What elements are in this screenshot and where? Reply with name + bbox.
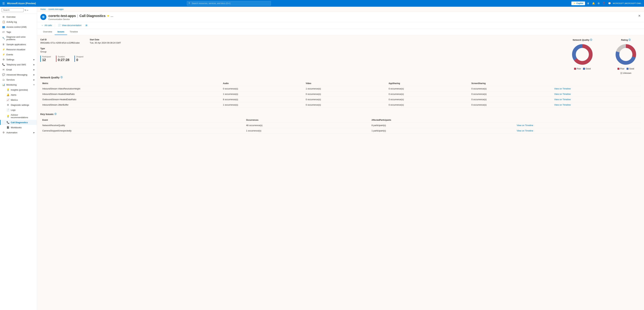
stat-duration: Duration 0:27:28	[56, 56, 70, 62]
sidebar-item-email[interactable]: ✉ Email ▶	[0, 67, 37, 72]
sidebar-item-activity-log[interactable]: 📋 Activity log	[0, 19, 37, 24]
resource-header: corertc-test-apps | Call Diagnostics ★ ……	[37, 12, 644, 22]
sidebar-item-diagnostic-settings[interactable]: ⚙ Diagnostic settings	[0, 102, 37, 108]
sidebar-item-automation[interactable]: ⚙ Automation ▶	[0, 130, 37, 135]
notification-icon[interactable]: 🔔	[592, 1, 596, 6]
resource-page-name: Call Diagnostics	[80, 14, 106, 18]
sidebar-item-services[interactable]: 🗂 Services ▶	[0, 77, 37, 82]
help-icon[interactable]: ❓	[602, 1, 606, 6]
view-timeline-link[interactable]: View on Timeline	[554, 88, 571, 90]
workbooks-label: Workbooks	[11, 126, 22, 129]
network-quality-section-info-icon[interactable]: ⓘ	[60, 76, 62, 79]
toolbar: ← All calls 📄 View documentation ⊞	[37, 22, 644, 29]
sidebar-item-tags[interactable]: 🏷 Tags	[0, 30, 37, 34]
col-audio: Audio	[221, 81, 304, 86]
sidebar-item-advanced-messaging[interactable]: 💬 Advanced Messaging ▶	[0, 72, 37, 77]
stat-dropped: Dropped 0	[74, 56, 83, 62]
breadcrumb-home[interactable]: Home	[40, 8, 46, 10]
call-info-grid: Call ID 9942dd6c-071c-4269-bf1d-cc22ff82…	[40, 38, 121, 44]
view-timeline-ki-link[interactable]: View on Timeline	[517, 124, 533, 126]
view-timeline-link[interactable]: View on Timeline	[554, 98, 571, 101]
favorite-star-icon[interactable]: ★	[107, 14, 109, 18]
event-cell: CameraStoppedUnexpectedly	[40, 128, 244, 134]
feedback-icon[interactable]: 💬	[607, 1, 612, 6]
sidebar-item-logs[interactable]: 📄 Logs	[0, 108, 37, 112]
back-icon: ←	[41, 24, 44, 26]
network-quality-legend: Poor Good	[574, 68, 591, 70]
telephony-toggle-icon: ▶	[34, 64, 35, 66]
top-search-bar[interactable]: 🔍	[187, 1, 271, 6]
legend-poor-label: Poor	[577, 68, 581, 70]
video-cell: 0 occurrence(s)	[304, 102, 386, 108]
sidebar-item-settings[interactable]: ⚙ Settings ▶	[0, 57, 37, 62]
top-search-input[interactable]	[192, 2, 270, 4]
sidebar-item-events[interactable]: ⚡ Events	[0, 52, 37, 57]
settings-label: Settings	[6, 58, 14, 61]
audio-cell: 8 occurrence(s)	[221, 97, 304, 102]
sidebar-item-insights[interactable]: 💡 Insights (preview)	[0, 87, 37, 92]
advanced-messaging-icon: 💬	[2, 73, 5, 76]
network-quality-info-icon[interactable]: ⓘ	[590, 38, 592, 41]
occurrences-cell: 1 occurrence(s)	[244, 128, 370, 134]
key-issues-info-icon[interactable]: ⓘ	[54, 113, 56, 116]
sidebar-item-overview[interactable]: ⊞ Overview	[0, 14, 37, 19]
metric-cell: OutboundStream-HealedDataRatio	[40, 97, 221, 102]
view-timeline-link[interactable]: View on Timeline	[554, 104, 571, 106]
collapse-icon[interactable]: «	[27, 9, 28, 12]
sidebar-item-sample-apps[interactable]: 🖥 Sample applications	[0, 42, 37, 47]
copilot-button[interactable]: ✨ Copilot	[572, 2, 585, 5]
top-nav: ☰ Microsoft Azure (Preview) 🔍 ✨ Copilot …	[0, 0, 644, 7]
participant-label: Participant	[42, 56, 51, 58]
diagnostic-settings-label: Diagnostic settings	[11, 104, 29, 106]
tab-issues[interactable]: Issues	[55, 29, 67, 35]
video-cell: 0 occurrence(s)	[304, 92, 386, 97]
hamburger-menu-icon[interactable]: ☰	[2, 1, 6, 6]
table-row: InboundStream-JitterBuffer 1 occurrence(…	[40, 102, 641, 108]
rating-legend-poor-label: Poor	[620, 68, 624, 70]
col-appsharing: AppSharing	[386, 81, 470, 86]
sidebar-item-monitoring[interactable]: 📊 Monitoring ▼	[0, 82, 37, 87]
view-timeline-link[interactable]: View on Timeline	[554, 93, 571, 95]
dropped-label: Dropped	[76, 56, 83, 58]
resource-icon	[40, 14, 46, 20]
type-label: Type	[40, 48, 121, 50]
monitor-icon[interactable]: 🖥	[586, 1, 590, 6]
rating-chart: Rating ⓘ	[611, 38, 641, 74]
resource-name: corertc-test-apps	[48, 14, 76, 18]
breadcrumb: Home › corertc-test-apps	[37, 7, 644, 12]
view-docs-button[interactable]: 📄 View documentation	[57, 23, 82, 27]
appsharing-cell: 0 occurrence(s)	[386, 102, 470, 108]
monitoring-toggle-icon: ▼	[33, 84, 35, 86]
close-panel-icon[interactable]: ✕	[638, 14, 641, 18]
legend-poor-dot	[574, 68, 576, 70]
tab-overview[interactable]: Overview	[40, 29, 55, 35]
grid-view-button[interactable]: ⊞	[84, 23, 88, 27]
sidebar-item-workbooks[interactable]: 📓 Workbooks	[0, 125, 37, 130]
table-row: OutboundStream-HealedDataRatio 8 occurre…	[40, 97, 641, 102]
sidebar-item-alerts[interactable]: 🔔 Alerts	[0, 92, 37, 97]
insights-icon: 💡	[6, 88, 10, 91]
view-timeline-ki-link2[interactable]: View on Timeline	[517, 130, 533, 132]
back-button[interactable]: ← All calls	[40, 23, 53, 27]
sidebar-item-resource-visualizer[interactable]: ⚡ Resource visualizer	[0, 47, 37, 52]
sidebar-item-metrics[interactable]: 📈 Metrics	[0, 97, 37, 102]
rating-info-icon[interactable]: ⓘ	[628, 38, 630, 41]
sidebar-search-input[interactable]	[2, 8, 24, 12]
tab-timeline[interactable]: Timeline	[67, 29, 81, 35]
event-cell: NetworkReceiveQuality	[40, 123, 244, 128]
sidebar-item-diagnose[interactable]: 🔧 Diagnose and solve problems	[0, 34, 37, 42]
breadcrumb-resource[interactable]: corertc-test-apps	[48, 8, 64, 10]
rating-legend-unknown-dot	[620, 72, 622, 74]
sidebar-item-call-diagnostics[interactable]: 📞 Call Diagnostics	[0, 120, 37, 125]
sidebar-item-advisor-rec[interactable]: 💡 Advisor recommendations	[0, 112, 37, 120]
sidebar-nav: ⊞ Overview 📋 Activity log 👥 Access contr…	[0, 14, 37, 310]
resource-title: corertc-test-apps | Call Diagnostics ★ …	[48, 14, 636, 18]
settings-icon[interactable]: ⚙	[597, 1, 600, 6]
tabs-bar: Overview Issues Timeline	[37, 29, 644, 35]
sidebar-item-telephony[interactable]: 📞 Telephony and SMS ▶	[0, 62, 37, 67]
email-toggle-icon: ▶	[34, 69, 35, 70]
refresh-icon[interactable]: ↻	[24, 9, 26, 12]
sidebar-item-access-control[interactable]: 👥 Access control (IAM)	[0, 24, 37, 30]
more-options-icon[interactable]: …	[110, 14, 113, 18]
user-label[interactable]: MICROSOFT (MICROSOFT.ONM...	[613, 2, 642, 4]
